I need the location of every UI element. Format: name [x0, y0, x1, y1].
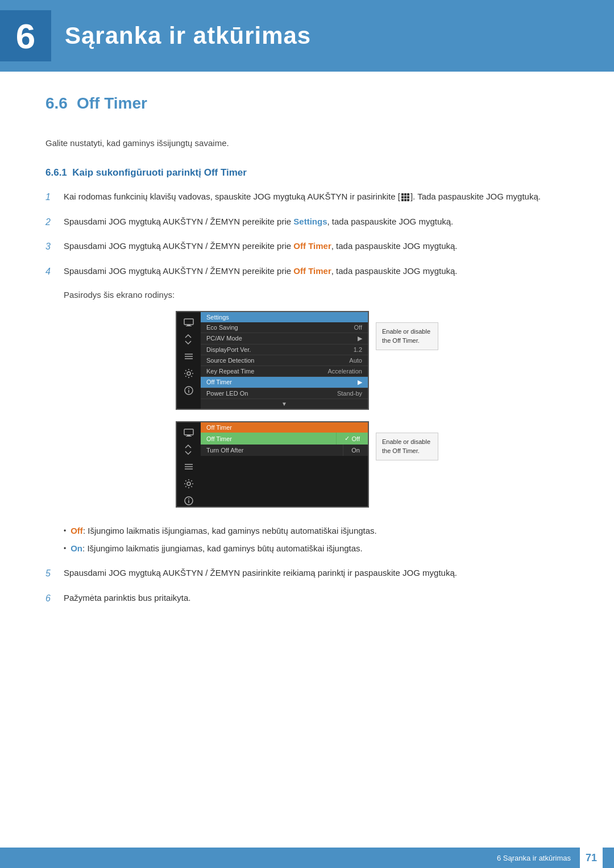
steps-list: 1 Kai rodomas funkcinių klavišų vadovas,… [45, 190, 569, 279]
scroll-indicator-1: ▼ [201, 399, 368, 409]
offtimer-highlight-4: Off Timer [293, 266, 331, 276]
svg-rect-10 [184, 429, 193, 435]
monitor-icon-2 [181, 427, 197, 438]
step-2: 2 Spausdami JOG mygtuką AUKŠTYN / ŽEMYN … [45, 215, 569, 230]
footer-text: 6 Sąranka ir atkūrimas [497, 854, 571, 862]
arrows-icon-2 [181, 444, 197, 455]
offtimer-row-offtimer: Off Timer ✓ Off [201, 433, 368, 445]
settings-row-keyrepeat: Key Repeat TimeAcceleration [201, 366, 368, 377]
svg-point-19 [188, 499, 189, 500]
settings-row-source: Source DetectionAuto [201, 355, 368, 366]
svg-point-16 [187, 482, 190, 485]
main-content: 6.6 Off Timer Galite nustatyti, kad gami… [0, 94, 614, 606]
on-text: : Išjungimo laikmatis įjungiamas, kad ga… [82, 543, 363, 553]
settings-panel-content: Settings Eco SavingOff PC/AV Mode▶ Displ… [201, 312, 368, 409]
screen-label: Pasirodys šis ekrano rodinys: [64, 290, 569, 300]
settings-row-eco: Eco SavingOff [201, 322, 368, 333]
monitor-icon-1 [181, 317, 197, 328]
monitor-sidebar-1 [177, 312, 201, 409]
monitor-empty-space [201, 456, 368, 501]
svg-point-6 [187, 372, 190, 375]
bullet-list: • Off: Išjungimo laikmatis išjungiamas, … [64, 525, 569, 555]
step-6: 6 Pažymėta parinktis bus pritaikyta. [45, 591, 569, 606]
settings-panel: Settings Eco SavingOff PC/AV Mode▶ Displ… [201, 312, 368, 409]
bullet-item-off: • Off: Išjungimo laikmatis išjungiamas, … [64, 525, 569, 538]
screenshot-1-wrapper: Settings Eco SavingOff PC/AV Mode▶ Displ… [176, 311, 438, 410]
settings-row-pcav: PC/AV Mode▶ [201, 333, 368, 344]
settings-highlight: Settings [293, 217, 327, 226]
check-icon: ✓ [345, 435, 350, 442]
svg-rect-2 [186, 326, 192, 326]
offtimer-highlight-3: Off Timer [293, 241, 331, 251]
settings-row-offtimer: Off Timer▶ [201, 377, 368, 388]
lines-icon-1 [181, 351, 197, 362]
section-number: 6.6 [45, 94, 68, 113]
screenshot-2-wrapper: Off Timer Off Timer ✓ Off Turn Off After [176, 421, 438, 508]
svg-rect-0 [184, 319, 193, 325]
section-desc: Galite nustatyti, kad gaminys išsijungtų… [45, 136, 569, 150]
svg-rect-1 [187, 325, 190, 326]
gear-icon-1 [181, 368, 197, 379]
page-header: 6 Sąranka ir atkūrimas [0, 0, 614, 72]
on-label: On [70, 543, 82, 553]
lines-icon-2 [181, 461, 197, 472]
offtimer-panel: Off Timer Off Timer ✓ Off Turn Off After [201, 422, 368, 501]
svg-rect-12 [186, 436, 192, 437]
step-4: 4 Spausdami JOG mygtuką AUKŠTYN / ŽEMYN … [45, 264, 569, 279]
screenshots-area: Settings Eco SavingOff PC/AV Mode▶ Displ… [45, 311, 569, 508]
step-3: 3 Spausdami JOG mygtuką AUKŠTYN / ŽEMYN … [45, 239, 569, 254]
section-title: Off Timer [77, 94, 147, 113]
svg-rect-11 [187, 435, 190, 436]
settings-title-bar: Settings [201, 312, 368, 322]
off-text: : Išjungimo laikmatis išjungiamas, kad g… [83, 526, 377, 535]
page-footer: 6 Sąranka ir atkūrimas 71 [0, 848, 614, 868]
steps-list-end: 5 Spausdami JOG mygtuką AUKŠTYN / ŽEMYN … [45, 566, 569, 605]
svg-point-9 [188, 388, 189, 389]
bullet-dot-2: • [64, 543, 66, 554]
offtimer-row-turnoff: Turn Off After On [201, 445, 368, 456]
arrows-icon-1 [181, 334, 197, 345]
off-label: Off [70, 526, 83, 535]
bullet-item-on: • On: Išjungimo laikmatis įjungiamas, ka… [64, 542, 569, 555]
step-5: 5 Spausdami JOG mygtuką AUKŠTYN / ŽEMYN … [45, 566, 569, 581]
step-1: 1 Kai rodomas funkcinių klavišų vadovas,… [45, 190, 569, 205]
info-icon-2 [181, 495, 197, 506]
monitor-mockup-1: Settings Eco SavingOff PC/AV Mode▶ Displ… [176, 311, 369, 410]
info-icon-1 [181, 385, 197, 396]
monitor-inner-1: Settings Eco SavingOff PC/AV Mode▶ Displ… [177, 312, 368, 409]
footer-page-num: 71 [580, 848, 603, 868]
monitor-sidebar-2 [177, 422, 201, 506]
chapter-title: Sąranka ir atkūrimas [65, 22, 311, 49]
settings-row-powerled: Power LED OnStand-by [201, 388, 368, 399]
tooltip-1: Enable or disable the Off Timer. [376, 322, 438, 350]
monitor-inner-2: Off Timer Off Timer ✓ Off Turn Off After [177, 422, 368, 506]
chapter-number-box: 6 [0, 10, 51, 61]
offtimer-title-bar: Off Timer [201, 422, 368, 433]
settings-row-dp: DisplayPort Ver.1.2 [201, 344, 368, 355]
grid-icon [401, 193, 409, 201]
bullet-dot-1: • [64, 526, 66, 536]
chapter-number: 6 [16, 16, 35, 56]
gear-icon-2 [181, 478, 197, 489]
monitor-mockup-2: Off Timer Off Timer ✓ Off Turn Off After [176, 421, 369, 508]
offtimer-panel-content: Off Timer Off Timer ✓ Off Turn Off After [201, 422, 368, 506]
tooltip-2: Enable or disable the Off Timer. [376, 433, 438, 460]
subsection-heading: 6.6.1 Kaip sukonfigūruoti parinktį Off T… [45, 167, 569, 178]
